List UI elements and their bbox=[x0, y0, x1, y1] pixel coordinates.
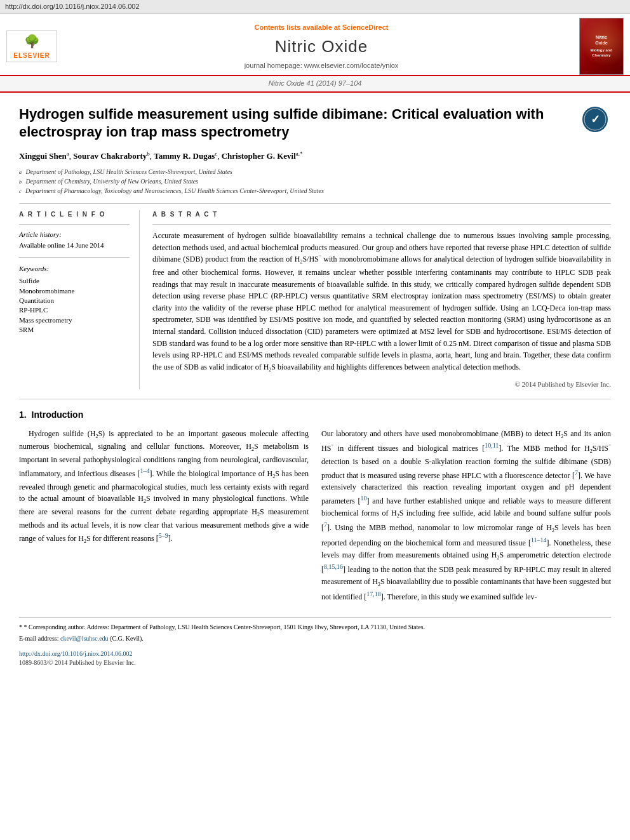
cover-subtitle: Biology and Chemistry bbox=[582, 48, 620, 58]
sciencedirect-line: Contents lists available at ScienceDirec… bbox=[76, 23, 566, 32]
author-4-sup: a,* bbox=[296, 150, 303, 157]
article-info-label: A R T I C L E I N F O bbox=[19, 210, 130, 219]
affil-1-sup: a bbox=[19, 169, 22, 177]
keyword-6: SRM bbox=[19, 325, 130, 335]
svg-text:✓: ✓ bbox=[591, 113, 600, 126]
article-history: Article history: Available online 14 Jun… bbox=[19, 230, 130, 251]
elsevier-wordmark: ELSEVIER bbox=[13, 51, 50, 60]
affil-3-text: Department of Pharmacology, Toxicology a… bbox=[25, 186, 324, 196]
ref-7[interactable]: 7 bbox=[575, 469, 578, 476]
footnotes: * * Corresponding author. Address: Depar… bbox=[19, 617, 611, 643]
article-info-col: A R T I C L E I N F O Article history: A… bbox=[19, 210, 140, 389]
doi-link[interactable]: http://dx.doi.org/10.1016/j.niox.2014.06… bbox=[19, 650, 611, 658]
affil-2-text: Department of Chemistry, University of N… bbox=[26, 177, 199, 186]
author-1: Xinggui Shen bbox=[19, 151, 67, 161]
keyword-2: Monobromobimane bbox=[19, 286, 130, 296]
affil-3: c Department of Pharmacology, Toxicology… bbox=[19, 186, 611, 196]
journal-center: Contents lists available at ScienceDirec… bbox=[64, 23, 579, 70]
ref-1-4[interactable]: 1–4 bbox=[140, 467, 149, 474]
citation-text: Nitric Oxide 41 (2014) 97–104 bbox=[269, 79, 362, 87]
section-title-text: Introduction bbox=[32, 410, 84, 420]
article-title-container: Hydrogen sulfide measurement using sulfi… bbox=[19, 105, 611, 142]
article-info-abstract: A R T I C L E I N F O Article history: A… bbox=[19, 203, 611, 389]
doi-footer: http://dx.doi.org/10.1016/j.niox.2014.06… bbox=[19, 650, 611, 667]
elsevier-logo: 🌳 ELSEVIER bbox=[6, 30, 64, 62]
intro-right-text: Our laboratory and others have used mono… bbox=[321, 428, 611, 603]
ref-10-11[interactable]: 10,11 bbox=[485, 442, 499, 449]
email-suffix: (C.G. Kevil). bbox=[110, 635, 144, 642]
elsevier-tree-icon: 🌳 bbox=[24, 32, 40, 50]
intro-right-col: Our laboratory and others have used mono… bbox=[321, 428, 611, 608]
copyright-line: © 2014 Published by Elsevier Inc. bbox=[152, 380, 611, 389]
keyword-5: Mass spectrometry bbox=[19, 316, 130, 325]
ref-7b[interactable]: 7 bbox=[324, 521, 327, 528]
ref-8-15-16[interactable]: 8,15,16 bbox=[324, 563, 343, 570]
available-online: Available online 14 June 2014 bbox=[19, 241, 104, 249]
journal-cover-image: NitricOxide Biology and Chemistry bbox=[579, 18, 624, 75]
issn-text: 1089-8603/© 2014 Published by Elsevier I… bbox=[19, 658, 611, 667]
author-4: Christopher G. Kevil bbox=[222, 151, 296, 161]
footnote-star: * bbox=[19, 623, 24, 630]
affil-3-sup: c bbox=[19, 188, 22, 196]
contents-label: Contents lists available at bbox=[255, 23, 340, 31]
journal-title: Nitric Oxide bbox=[76, 35, 566, 58]
keyword-1: Sulfide bbox=[19, 276, 130, 286]
affil-1: a Department of Pathology, LSU Health Sc… bbox=[19, 167, 611, 177]
intro-section: 1. Introduction Hydrogen sulfide (H2S) i… bbox=[19, 409, 611, 608]
intro-left-text: Hydrogen sulfide (H2S) is appreciated to… bbox=[19, 428, 309, 546]
keywords-section: Keywords: Sulfide Monobromobimane Quanti… bbox=[19, 264, 130, 335]
url-text: http://dx.doi.org/10.1016/j.niox.2014.06… bbox=[5, 3, 140, 10]
abstract-col: A B S T R A C T Accurate measurement of … bbox=[152, 210, 611, 389]
citation-bar: Nitric Oxide 41 (2014) 97–104 bbox=[0, 75, 630, 91]
footnote-email: E-mail address: ckevil@lsuhsc.edu (C.G. … bbox=[19, 634, 611, 643]
sciencedirect-name[interactable]: ScienceDirect bbox=[342, 23, 389, 31]
author-3-sup: c bbox=[215, 150, 217, 157]
affiliations: a Department of Pathology, LSU Health Sc… bbox=[19, 167, 611, 196]
url-bar: http://dx.doi.org/10.1016/j.niox.2014.06… bbox=[0, 0, 630, 14]
intro-title: 1. Introduction bbox=[19, 409, 611, 422]
email-label: E-mail address: bbox=[19, 635, 58, 642]
crossmark-icon: ✓ bbox=[582, 107, 608, 132]
affil-2-sup: b bbox=[19, 178, 22, 186]
crossmark-badge: ✓ bbox=[579, 105, 611, 134]
affil-2: b Department of Chemistry, University of… bbox=[19, 177, 611, 186]
section-divider bbox=[19, 399, 611, 399]
ref-17-18[interactable]: 17,18 bbox=[366, 590, 381, 597]
keyword-4: RP-HPLC bbox=[19, 305, 130, 315]
intro-body: Hydrogen sulfide (H2S) is appreciated to… bbox=[19, 428, 611, 608]
abstract-label: A B S T R A C T bbox=[152, 210, 611, 219]
journal-header: 🌳 ELSEVIER Contents lists available at S… bbox=[0, 14, 630, 92]
author-1-sup: a bbox=[67, 150, 69, 157]
footnote-corresponding: * * Corresponding author. Address: Depar… bbox=[19, 623, 611, 632]
ref-5-9[interactable]: 5–9 bbox=[159, 532, 168, 539]
keywords-label: Keywords: bbox=[19, 264, 130, 274]
author-2-sup: b bbox=[147, 150, 150, 157]
author-2: Sourav Chakraborty bbox=[73, 151, 147, 161]
ref-10[interactable]: 10 bbox=[361, 495, 367, 502]
ref-11-14[interactable]: 11–14 bbox=[531, 537, 547, 543]
journal-homepage: journal homepage: www.elsevier.com/locat… bbox=[76, 61, 566, 70]
intro-left-col: Hydrogen sulfide (H2S) is appreciated to… bbox=[19, 428, 309, 608]
affil-1-text: Department of Pathology, LSU Health Scie… bbox=[26, 167, 232, 177]
email-address[interactable]: ckevil@lsuhsc.edu bbox=[60, 635, 109, 642]
footnote-text: * Corresponding author. Address: Departm… bbox=[24, 623, 426, 630]
main-content: Hydrogen sulfide measurement using sulfi… bbox=[0, 93, 630, 681]
history-label: Article history: bbox=[19, 230, 130, 239]
section-number: 1. bbox=[19, 410, 27, 420]
author-3: Tammy R. Dugas bbox=[154, 151, 215, 161]
abstract-text: Accurate measurement of hydrogen sulfide… bbox=[152, 230, 611, 375]
cover-title-text: NitricOxide bbox=[595, 35, 607, 46]
article-title: Hydrogen sulfide measurement using sulfi… bbox=[19, 105, 611, 142]
authors-line: Xinggui Shena, Sourav Chakrabortyb, Tamm… bbox=[19, 149, 611, 163]
keyword-3: Quantitation bbox=[19, 296, 130, 305]
elsevier-logo-image: 🌳 ELSEVIER bbox=[6, 30, 57, 62]
